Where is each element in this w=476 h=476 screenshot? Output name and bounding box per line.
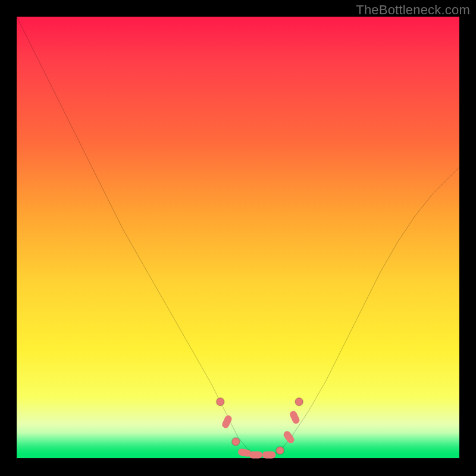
curve-markers: [217, 398, 303, 459]
curve-marker-capsule: [221, 414, 233, 429]
curve-marker-capsule: [262, 452, 275, 459]
curve-marker-capsule: [289, 410, 300, 425]
curve-marker-dot: [295, 398, 303, 406]
curve-marker-capsule: [249, 452, 262, 459]
chart-stage: TheBottleneck.com: [0, 0, 476, 476]
chart-plot-area: [17, 17, 459, 459]
curve-marker-dot: [217, 398, 224, 406]
curve-marker-dot: [276, 446, 284, 454]
curve-marker-dot: [232, 438, 240, 446]
watermark-text: TheBottleneck.com: [356, 2, 470, 18]
chart-svg: [17, 17, 459, 459]
curve-marker-capsule: [282, 430, 296, 444]
bottleneck-curve: [17, 17, 459, 457]
